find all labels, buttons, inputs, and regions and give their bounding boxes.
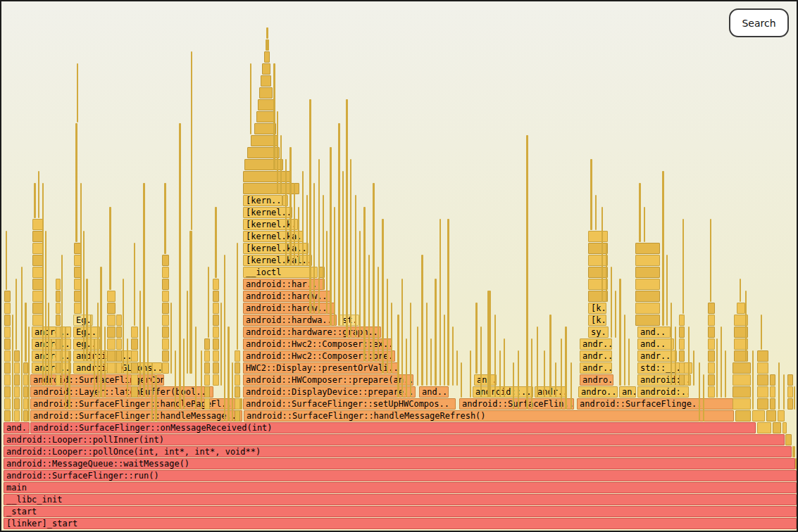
- texture-spike[interactable]: [461, 362, 462, 398]
- frame[interactable]: andr..: [580, 350, 612, 362]
- frame[interactable]: andr..: [580, 362, 612, 374]
- texture-spike[interactable]: [273, 63, 275, 170]
- texture-spike[interactable]: [100, 267, 102, 398]
- texture-spike[interactable]: [792, 446, 795, 457]
- texture-frame[interactable]: [56, 350, 61, 362]
- texture-spike[interactable]: [183, 338, 185, 410]
- texture-frame[interactable]: [131, 338, 138, 350]
- texture-spike[interactable]: [710, 219, 711, 302]
- texture-frame[interactable]: [23, 386, 28, 398]
- texture-spike[interactable]: [151, 362, 153, 422]
- texture-spike[interactable]: [615, 291, 616, 338]
- texture-frame[interactable]: [162, 267, 169, 278]
- texture-spike[interactable]: [164, 183, 166, 254]
- texture-frame[interactable]: [213, 291, 219, 302]
- texture-spike[interactable]: [456, 350, 458, 386]
- texture-spike[interactable]: [170, 303, 172, 374]
- texture-frame[interactable]: [4, 338, 11, 350]
- texture-frame[interactable]: [235, 374, 240, 386]
- texture-frame[interactable]: [4, 315, 11, 326]
- texture-spike[interactable]: [628, 338, 630, 386]
- texture-frame[interactable]: [770, 386, 775, 398]
- texture-frame[interactable]: [588, 267, 608, 278]
- texture-frame[interactable]: [773, 422, 781, 433]
- texture-frame[interactable]: [204, 362, 210, 374]
- texture-spike[interactable]: [494, 315, 496, 398]
- texture-frame[interactable]: [107, 350, 116, 362]
- texture-frame[interactable]: [235, 410, 240, 422]
- frame[interactable]: android::SurfaceFlinger::setUpHWCompos..: [243, 398, 456, 410]
- texture-frame[interactable]: [770, 374, 775, 386]
- texture-spike[interactable]: [435, 279, 437, 386]
- texture-frame[interactable]: [679, 350, 685, 362]
- texture-spike[interactable]: [387, 279, 388, 374]
- frame[interactable]: android::SurfaceFlinger::onMessageReceiv…: [30, 422, 756, 433]
- texture-spike[interactable]: [28, 327, 30, 422]
- texture-frame[interactable]: [757, 422, 771, 433]
- texture-frame[interactable]: [4, 303, 11, 314]
- texture-frame[interactable]: [213, 362, 219, 374]
- texture-spike[interactable]: [266, 27, 268, 39]
- texture-frame[interactable]: [56, 303, 61, 314]
- frame[interactable]: android::Looper::pollOnce(int, int*, int…: [4, 446, 792, 457]
- texture-frame[interactable]: [635, 315, 660, 326]
- texture-frame[interactable]: [588, 279, 608, 290]
- texture-spike[interactable]: [373, 183, 375, 362]
- texture-spike[interactable]: [38, 171, 39, 218]
- texture-frame[interactable]: [116, 338, 122, 350]
- texture-spike[interactable]: [309, 99, 311, 314]
- texture-spike[interactable]: [350, 159, 351, 338]
- texture-frame[interactable]: [162, 279, 169, 290]
- texture-frame[interactable]: [14, 350, 20, 362]
- texture-spike[interactable]: [417, 327, 418, 386]
- texture-frame[interactable]: [732, 362, 751, 374]
- texture-frame[interactable]: [757, 398, 768, 410]
- texture-spike[interactable]: [298, 207, 299, 266]
- texture-frame[interactable]: [4, 374, 11, 386]
- frame[interactable]: android::SurfaceFlinger::handleMessage..: [30, 410, 242, 422]
- texture-frame[interactable]: [204, 386, 210, 398]
- texture-frame[interactable]: [635, 291, 660, 302]
- texture-frame[interactable]: [708, 303, 715, 314]
- frame[interactable]: and..: [4, 422, 30, 433]
- frame[interactable]: __libc_init: [4, 494, 797, 505]
- texture-frame[interactable]: [23, 410, 28, 422]
- texture-spike[interactable]: [94, 338, 95, 398]
- frame[interactable]: android::hardw..: [243, 303, 335, 314]
- frame[interactable]: android::MessageQueue::waitMessage(): [4, 458, 795, 469]
- texture-frame[interactable]: [107, 338, 116, 350]
- texture-spike[interactable]: [143, 183, 145, 398]
- texture-frame[interactable]: [757, 386, 768, 398]
- texture-frame[interactable]: [635, 255, 660, 266]
- texture-spike[interactable]: [97, 303, 99, 398]
- texture-spike[interactable]: [147, 327, 149, 398]
- texture-spike[interactable]: [109, 207, 111, 290]
- texture-spike[interactable]: [430, 338, 432, 386]
- texture-frame[interactable]: [204, 350, 210, 362]
- frame[interactable]: android::DisplayDevice::prepare..: [243, 386, 416, 398]
- texture-frame[interactable]: [116, 315, 122, 326]
- texture-frame[interactable]: [4, 386, 11, 398]
- texture-spike[interactable]: [544, 350, 545, 398]
- texture-frame[interactable]: [56, 374, 61, 386]
- texture-spike[interactable]: [289, 147, 292, 266]
- texture-spike[interactable]: [526, 135, 528, 410]
- texture-spike[interactable]: [531, 338, 532, 410]
- frame[interactable]: android:..: [637, 386, 689, 398]
- texture-spike[interactable]: [410, 303, 411, 398]
- texture-frame[interactable]: [735, 410, 751, 422]
- texture-spike[interactable]: [716, 338, 718, 398]
- texture-frame[interactable]: [14, 386, 20, 398]
- texture-frame[interactable]: [116, 362, 122, 374]
- texture-frame[interactable]: [56, 315, 61, 326]
- texture-frame[interactable]: [4, 410, 11, 422]
- texture-spike[interactable]: [601, 207, 603, 302]
- texture-frame[interactable]: [162, 291, 169, 302]
- texture-frame[interactable]: [752, 410, 765, 422]
- texture-frame[interactable]: [14, 398, 20, 410]
- texture-spike[interactable]: [139, 291, 141, 398]
- frame[interactable]: android::har..: [243, 279, 325, 290]
- texture-frame[interactable]: [4, 398, 11, 410]
- texture-spike[interactable]: [250, 63, 251, 134]
- texture-frame[interactable]: [757, 374, 768, 386]
